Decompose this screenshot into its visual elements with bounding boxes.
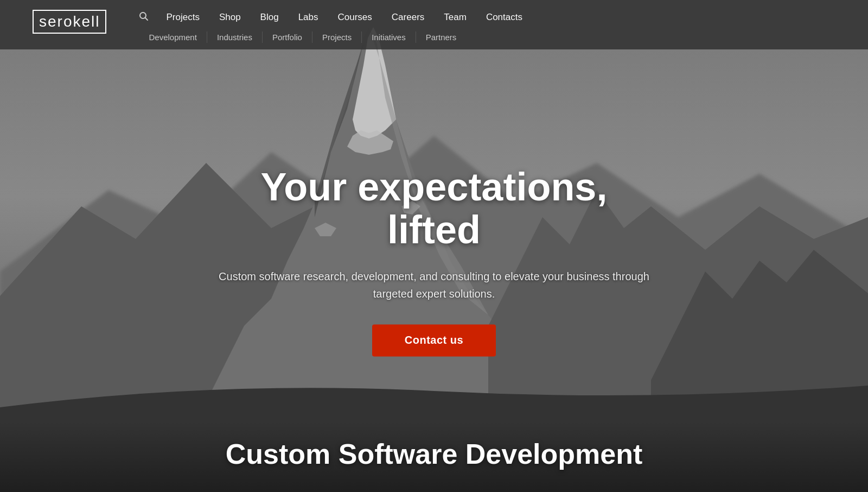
nav-link-blog[interactable]: Blog — [253, 10, 286, 25]
contact-us-button[interactable]: Contact us — [372, 325, 496, 357]
hero-subtitle: Custom software research, development, a… — [217, 268, 651, 303]
svg-line-2 — [145, 17, 148, 20]
nav-link-shop[interactable]: Shop — [212, 10, 248, 25]
nav-link-careers[interactable]: Careers — [384, 10, 432, 25]
logo-text: serokell — [33, 10, 106, 34]
nav-sub-initiatives[interactable]: Initiatives — [361, 31, 416, 43]
nav-link-labs[interactable]: Labs — [291, 10, 326, 25]
nav-right: Projects Shop Blog Labs Courses Careers … — [139, 0, 835, 49]
nav-sub-portfolio[interactable]: Portfolio — [262, 31, 312, 43]
nav-link-courses[interactable]: Courses — [330, 10, 380, 25]
nav-sub-industries[interactable]: Industries — [207, 31, 262, 43]
navbar: serokell Projects Shop Blog Labs Courses… — [0, 0, 868, 49]
logo[interactable]: serokell — [33, 0, 106, 43]
nav-sub-projects[interactable]: Projects — [312, 31, 361, 43]
nav-top-row: Projects Shop Blog Labs Courses Careers … — [139, 0, 835, 31]
bottom-section: Custom Software Development — [0, 421, 868, 492]
nav-link-projects[interactable]: Projects — [158, 10, 207, 25]
nav-link-team[interactable]: Team — [436, 10, 474, 25]
search-icon[interactable] — [139, 11, 149, 24]
hero-content: Your expectations, lifted Custom softwar… — [217, 166, 651, 356]
hero-title: Your expectations, lifted — [217, 166, 651, 251]
nav-sub-partners[interactable]: Partners — [416, 31, 467, 43]
nav-link-contacts[interactable]: Contacts — [478, 10, 530, 25]
bottom-title: Custom Software Development — [0, 438, 868, 470]
nav-sub-development[interactable]: Development — [139, 31, 206, 43]
nav-bottom-row: Development Industries Portfolio Project… — [139, 31, 835, 49]
